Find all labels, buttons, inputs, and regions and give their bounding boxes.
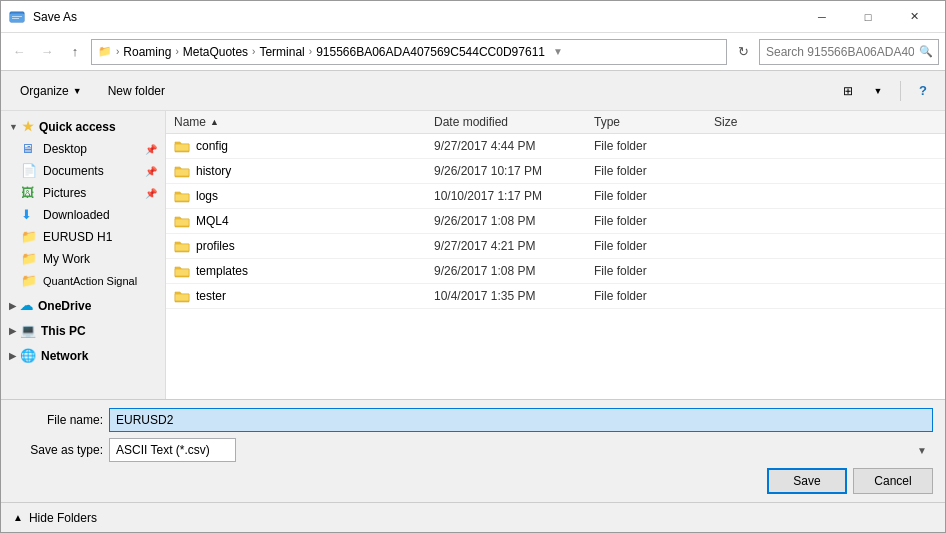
filetype-wrapper: ASCII Text (*.csv) ▼ [109, 438, 933, 462]
sidebar-header-thispc[interactable]: ▶ 💻 This PC [1, 319, 165, 342]
path-dropdown-arrow[interactable]: ▼ [553, 46, 563, 57]
title-bar-buttons: ─ □ ✕ [799, 1, 937, 33]
bottom-area: File name: Save as type: ASCII Text (*.c… [1, 399, 945, 502]
table-row[interactable]: tester 10/4/2017 1:35 PM File folder [166, 284, 945, 309]
sidebar-section-network: ▶ 🌐 Network [1, 344, 165, 367]
minimize-button[interactable]: ─ [799, 1, 845, 33]
sidebar-label-network: Network [41, 349, 88, 363]
sidebar-label-downloaded: Downloaded [43, 208, 110, 222]
table-row[interactable]: templates 9/26/2017 1:08 PM File folder [166, 259, 945, 284]
path-roaming[interactable]: Roaming [123, 45, 171, 59]
sidebar-header-network[interactable]: ▶ 🌐 Network [1, 344, 165, 367]
path-guid[interactable]: 915566BA06ADA407569C544CC0D97611 [316, 45, 545, 59]
file-row-type: File folder [594, 239, 714, 253]
sidebar-label-onedrive: OneDrive [38, 299, 91, 313]
folder-icon [174, 288, 190, 304]
file-list-header: Name ▲ Date modified Type Size [166, 111, 945, 134]
folder-icon [174, 238, 190, 254]
sidebar-label-desktop: Desktop [43, 142, 87, 156]
documents-icon: 📄 [21, 163, 37, 179]
col-header-date[interactable]: Date modified [434, 115, 594, 129]
sidebar-header-quickaccess[interactable]: ▼ ★ Quick access [1, 115, 165, 138]
pin-icon-desktop: 📌 [145, 144, 157, 155]
file-row-date: 9/26/2017 1:08 PM [434, 214, 594, 228]
table-row[interactable]: config 9/27/2017 4:44 PM File folder [166, 134, 945, 159]
back-button[interactable]: ← [7, 40, 31, 64]
path-terminal[interactable]: Terminal [259, 45, 304, 59]
organize-dropdown-arrow: ▼ [73, 86, 82, 96]
title-bar: Save As ─ □ ✕ [1, 1, 945, 33]
view-dropdown-button[interactable]: ▼ [864, 77, 892, 105]
hide-folders-arrow: ▲ [13, 512, 23, 523]
col-header-type[interactable]: Type [594, 115, 714, 129]
address-path[interactable]: 📁 › Roaming › MetaQuotes › Terminal › 91… [91, 39, 727, 65]
sidebar-section-onedrive: ▶ ☁ OneDrive [1, 294, 165, 317]
sidebar-item-pictures[interactable]: 🖼 Pictures 📌 [1, 182, 165, 204]
filename-row: File name: [13, 408, 933, 432]
table-row[interactable]: profiles 9/27/2017 4:21 PM File folder [166, 234, 945, 259]
file-row-name: logs [174, 188, 434, 204]
filetype-label: Save as type: [13, 443, 103, 457]
onedrive-icon: ☁ [20, 298, 33, 313]
new-folder-button[interactable]: New folder [97, 77, 176, 105]
folder-icon [174, 138, 190, 154]
filetype-select[interactable]: ASCII Text (*.csv) [109, 438, 236, 462]
new-folder-label: New folder [108, 84, 165, 98]
path-metaquotes[interactable]: MetaQuotes [183, 45, 248, 59]
folder-icon [174, 213, 190, 229]
table-row[interactable]: history 9/26/2017 10:17 PM File folder [166, 159, 945, 184]
sidebar-section-thispc: ▶ 💻 This PC [1, 319, 165, 342]
sidebar-label-eurusd: EURUSD H1 [43, 230, 112, 244]
sidebar-item-mywork[interactable]: 📁 My Work [1, 248, 165, 270]
file-row-name: templates [174, 263, 434, 279]
file-row-type: File folder [594, 164, 714, 178]
pin-icon-pictures: 📌 [145, 188, 157, 199]
toolbar: Organize ▼ New folder ⊞ ▼ ? [1, 71, 945, 111]
search-input[interactable] [759, 39, 939, 65]
file-rows-container: config 9/27/2017 4:44 PM File folder his… [166, 134, 945, 309]
sidebar-item-desktop[interactable]: 🖥 Desktop 📌 [1, 138, 165, 160]
sidebar-header-onedrive[interactable]: ▶ ☁ OneDrive [1, 294, 165, 317]
sidebar-label-quantaction: QuantAction Signal [43, 275, 137, 287]
organize-button[interactable]: Organize ▼ [9, 77, 93, 105]
up-button[interactable]: ↑ [63, 40, 87, 64]
file-row-date: 9/27/2017 4:21 PM [434, 239, 594, 253]
forward-button[interactable]: → [35, 40, 59, 64]
main-content: ▼ ★ Quick access 🖥 Desktop 📌 📄 Documents… [1, 111, 945, 399]
sidebar-label-quickaccess: Quick access [39, 120, 116, 134]
file-row-name: MQL4 [174, 213, 434, 229]
file-row-type: File folder [594, 289, 714, 303]
network-icon: 🌐 [20, 348, 36, 363]
maximize-button[interactable]: □ [845, 1, 891, 33]
help-button[interactable]: ? [909, 77, 937, 105]
collapse-icon-network: ▶ [9, 351, 16, 361]
bottom-buttons: Save Cancel [13, 468, 933, 494]
view-button[interactable]: ⊞ [834, 77, 862, 105]
close-button[interactable]: ✕ [891, 1, 937, 33]
sidebar-section-quickaccess: ▼ ★ Quick access 🖥 Desktop 📌 📄 Documents… [1, 115, 165, 292]
address-bar: ← → ↑ 📁 › Roaming › MetaQuotes › Termina… [1, 33, 945, 71]
filename-input[interactable] [109, 408, 933, 432]
file-row-date: 9/26/2017 1:08 PM [434, 264, 594, 278]
sidebar-item-documents[interactable]: 📄 Documents 📌 [1, 160, 165, 182]
table-row[interactable]: logs 10/10/2017 1:17 PM File folder [166, 184, 945, 209]
file-row-type: File folder [594, 189, 714, 203]
file-row-date: 9/27/2017 4:44 PM [434, 139, 594, 153]
table-row[interactable]: MQL4 9/26/2017 1:08 PM File folder [166, 209, 945, 234]
refresh-button[interactable]: ↻ [731, 40, 755, 64]
file-row-type: File folder [594, 139, 714, 153]
sidebar-item-eurusd[interactable]: 📁 EURUSD H1 [1, 226, 165, 248]
cancel-button[interactable]: Cancel [853, 468, 933, 494]
hide-folders-bar[interactable]: ▲ Hide Folders [1, 502, 945, 532]
save-button[interactable]: Save [767, 468, 847, 494]
col-header-size[interactable]: Size [714, 115, 937, 129]
svg-rect-3 [12, 18, 19, 19]
sidebar-item-quantaction[interactable]: 📁 QuantAction Signal [1, 270, 165, 292]
folder-icon [174, 263, 190, 279]
desktop-icon: 🖥 [21, 141, 37, 157]
dialog-title: Save As [33, 10, 799, 24]
toolbar-separator [900, 81, 901, 101]
filename-label: File name: [13, 413, 103, 427]
col-header-name[interactable]: Name ▲ [174, 115, 434, 129]
sidebar-item-downloaded[interactable]: ⬇ Downloaded [1, 204, 165, 226]
